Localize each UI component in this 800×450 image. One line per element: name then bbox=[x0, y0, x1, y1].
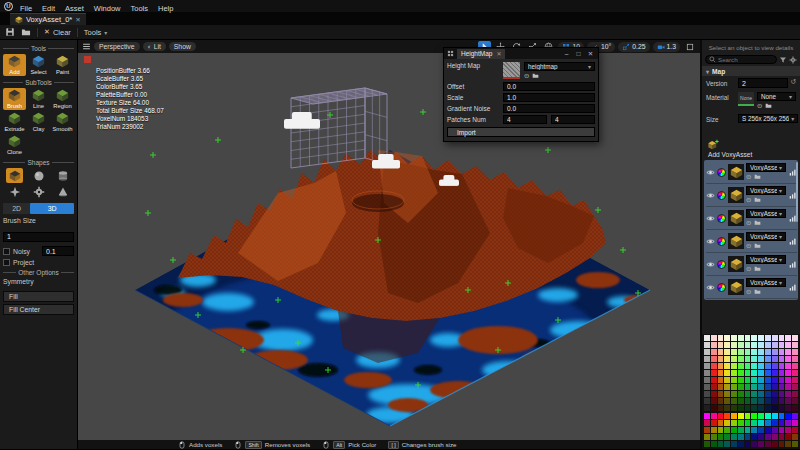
palette-swatch[interactable] bbox=[731, 377, 737, 383]
palette-swatch[interactable] bbox=[711, 384, 717, 390]
tool-select[interactable]: Select bbox=[27, 54, 50, 76]
palette-swatch[interactable] bbox=[711, 413, 717, 419]
palette-swatch[interactable] bbox=[758, 335, 764, 341]
palette-swatch[interactable] bbox=[765, 335, 771, 341]
palette-swatch[interactable] bbox=[718, 420, 724, 426]
palette-swatch[interactable] bbox=[738, 349, 744, 355]
palette-swatch[interactable] bbox=[718, 384, 724, 390]
palette-swatch[interactable] bbox=[724, 427, 730, 433]
heightmap-tab[interactable]: HeightMap ✕ bbox=[457, 49, 505, 59]
save-icon[interactable] bbox=[5, 27, 15, 37]
palette-swatch[interactable] bbox=[704, 441, 710, 447]
browse-to-asset-icon[interactable] bbox=[532, 72, 539, 79]
palette-swatch[interactable] bbox=[704, 413, 710, 419]
palette-swatch[interactable] bbox=[758, 342, 764, 348]
palette-swatch[interactable] bbox=[738, 363, 744, 369]
palette-swatch[interactable] bbox=[758, 413, 764, 419]
use-selected-asset-icon[interactable]: ⊙ bbox=[746, 196, 751, 204]
palette-swatch[interactable] bbox=[785, 335, 791, 341]
palette-swatch[interactable] bbox=[704, 391, 710, 397]
palette-swatch[interactable] bbox=[724, 405, 730, 411]
palette-swatch[interactable] bbox=[738, 398, 744, 404]
asset-row[interactable]: VoxyAsset_12▾⊙ bbox=[706, 276, 797, 299]
palette-swatch[interactable] bbox=[765, 405, 771, 411]
scale-snap-control[interactable]: 0.25 bbox=[618, 42, 649, 52]
scale-input[interactable] bbox=[503, 93, 595, 102]
palette-swatch[interactable] bbox=[711, 434, 717, 440]
project-checkbox[interactable] bbox=[3, 259, 10, 266]
palette-swatch[interactable] bbox=[738, 441, 744, 447]
menu-edit[interactable]: Edit bbox=[37, 4, 60, 13]
use-selected-asset-icon[interactable]: ⊙ bbox=[757, 102, 762, 110]
palette-swatch[interactable] bbox=[704, 377, 710, 383]
shape-star-icon[interactable] bbox=[6, 184, 23, 199]
palette-swatch[interactable] bbox=[765, 377, 771, 383]
palette-swatch[interactable] bbox=[724, 349, 730, 355]
palette-swatch[interactable] bbox=[718, 342, 724, 348]
palette-swatch[interactable] bbox=[792, 413, 798, 419]
palette-swatch[interactable] bbox=[711, 377, 717, 383]
palette-swatch[interactable] bbox=[792, 377, 798, 383]
palette-swatch[interactable] bbox=[704, 349, 710, 355]
palette-swatch[interactable] bbox=[731, 420, 737, 426]
palette-swatch[interactable] bbox=[765, 427, 771, 433]
palette-swatch[interactable] bbox=[718, 363, 724, 369]
palette-swatch[interactable] bbox=[779, 391, 785, 397]
asset-cube-thumbnail[interactable] bbox=[728, 210, 744, 226]
import-button[interactable]: Import bbox=[447, 127, 595, 137]
palette-swatch[interactable] bbox=[785, 427, 791, 433]
asset-row[interactable]: VoxyAsset_7▾⊙ bbox=[706, 161, 797, 184]
palette-swatch[interactable] bbox=[731, 356, 737, 362]
heightmap-thumbnail[interactable] bbox=[503, 62, 520, 79]
palette-swatch[interactable] bbox=[745, 405, 751, 411]
palette-swatch[interactable] bbox=[711, 405, 717, 411]
palette-swatch[interactable] bbox=[785, 384, 791, 390]
patches-y-input[interactable] bbox=[551, 115, 595, 124]
palette-swatch[interactable] bbox=[718, 349, 724, 355]
palette-swatch[interactable] bbox=[792, 384, 798, 390]
menu-tools[interactable]: Tools bbox=[125, 4, 153, 13]
palette-swatch[interactable] bbox=[745, 356, 751, 362]
palette-swatch[interactable] bbox=[704, 335, 710, 341]
palette-swatch[interactable] bbox=[738, 377, 744, 383]
palette-swatch[interactable] bbox=[731, 370, 737, 376]
palette-swatch[interactable] bbox=[758, 441, 764, 447]
palette-swatch[interactable] bbox=[772, 427, 778, 433]
shape-gear-icon[interactable] bbox=[30, 184, 47, 199]
asset-row[interactable]: VoxyAsset_8▾⊙ bbox=[706, 184, 797, 207]
palette-swatch[interactable] bbox=[724, 391, 730, 397]
palette-swatch[interactable] bbox=[724, 335, 730, 341]
list-scrollbar[interactable] bbox=[796, 162, 798, 222]
tab-close-icon[interactable]: ✕ bbox=[75, 16, 80, 24]
palette-swatch[interactable] bbox=[745, 413, 751, 419]
palette-swatch[interactable] bbox=[772, 398, 778, 404]
palette-swatch[interactable] bbox=[711, 427, 717, 433]
palette-swatch[interactable] bbox=[704, 356, 710, 362]
palette-swatch[interactable] bbox=[731, 342, 737, 348]
palette-swatch[interactable] bbox=[779, 363, 785, 369]
palette-swatch[interactable] bbox=[731, 434, 737, 440]
palette-swatch[interactable] bbox=[785, 413, 791, 419]
palette-swatch[interactable] bbox=[785, 377, 791, 383]
palette-swatch[interactable] bbox=[751, 427, 757, 433]
palette-swatch[interactable] bbox=[724, 384, 730, 390]
palette-swatch[interactable] bbox=[765, 363, 771, 369]
palette-swatch[interactable] bbox=[718, 335, 724, 341]
palette-swatch[interactable] bbox=[779, 377, 785, 383]
palette-swatch[interactable] bbox=[792, 420, 798, 426]
palette-swatch[interactable] bbox=[758, 398, 764, 404]
shape-cylinder-icon[interactable] bbox=[54, 168, 71, 183]
fill-button[interactable]: Fill bbox=[3, 291, 74, 302]
clear-button[interactable]: ✕ Clear bbox=[44, 28, 71, 37]
palette-swatch[interactable] bbox=[711, 363, 717, 369]
asset-row[interactable]: VoxyAsset_10▾⊙ bbox=[706, 230, 797, 253]
palette-swatch[interactable] bbox=[731, 398, 737, 404]
palette-swatch[interactable] bbox=[772, 441, 778, 447]
palette-swatch[interactable] bbox=[751, 377, 757, 383]
viewport-options-icon[interactable] bbox=[82, 42, 91, 51]
palette-swatch[interactable] bbox=[718, 413, 724, 419]
browse-to-asset-icon[interactable] bbox=[765, 102, 772, 109]
palette-swatch[interactable] bbox=[792, 405, 798, 411]
palette-swatch[interactable] bbox=[731, 427, 737, 433]
palette-swatch[interactable] bbox=[711, 356, 717, 362]
